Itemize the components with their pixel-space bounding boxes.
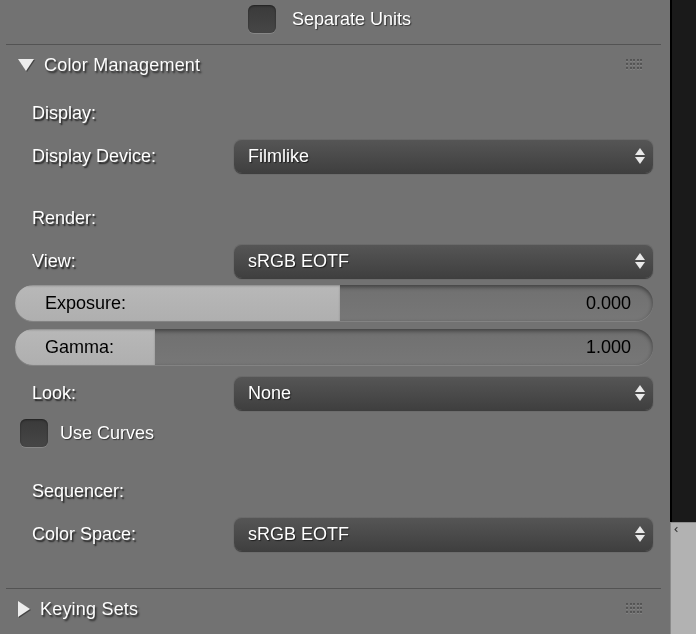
look-label: Look: (32, 383, 234, 404)
keying-sets-header[interactable]: Keying Sets (0, 589, 667, 629)
rail-tick: ⌃ (672, 521, 690, 537)
color-management-body: Display: Display Device: Filmlike Render… (0, 85, 667, 582)
exposure-label: Exposure: (45, 285, 126, 321)
updown-arrows-icon (635, 385, 645, 401)
exposure-value: 0.000 (586, 285, 631, 321)
gamma-value: 1.000 (586, 329, 631, 365)
view-label: View: (32, 251, 234, 272)
color-space-dropdown[interactable]: sRGB EOTF (234, 517, 653, 551)
gamma-label: Gamma: (45, 329, 114, 365)
separate-units-label: Separate Units (292, 9, 411, 30)
gamma-slider[interactable]: Gamma: 1.000 (15, 329, 653, 365)
render-heading: Render: (32, 208, 653, 229)
keying-sets-title: Keying Sets (40, 599, 138, 620)
color-management-header[interactable]: Color Management (0, 45, 667, 85)
look-dropdown[interactable]: None (234, 376, 653, 410)
adjacent-editor-dark (670, 0, 696, 522)
view-value: sRGB EOTF (248, 251, 349, 272)
display-device-label: Display Device: (32, 146, 234, 167)
view-dropdown[interactable]: sRGB EOTF (234, 244, 653, 278)
right-rail: ⌃ (670, 0, 696, 634)
panel-drag-grip-icon[interactable] (626, 603, 642, 613)
adjacent-editor-light: ⌃ (670, 522, 696, 634)
exposure-slider[interactable]: Exposure: 0.000 (15, 285, 653, 321)
color-space-value: sRGB EOTF (248, 524, 349, 545)
updown-arrows-icon (635, 526, 645, 542)
display-heading: Display: (32, 103, 653, 124)
updown-arrows-icon (635, 253, 645, 269)
panel-drag-grip-icon[interactable] (626, 59, 642, 69)
sequencer-heading: Sequencer: (32, 481, 653, 502)
display-device-dropdown[interactable]: Filmlike (234, 139, 653, 173)
display-device-value: Filmlike (248, 146, 309, 167)
use-curves-label: Use Curves (60, 423, 154, 444)
color-management-title: Color Management (44, 55, 200, 76)
use-curves-checkbox[interactable] (20, 419, 48, 447)
separate-units-checkbox[interactable] (248, 5, 276, 33)
look-value: None (248, 383, 291, 404)
disclosure-triangle-down-icon (18, 59, 34, 71)
updown-arrows-icon (635, 148, 645, 164)
disclosure-triangle-right-icon (18, 601, 30, 617)
color-space-label: Color Space: (32, 524, 234, 545)
